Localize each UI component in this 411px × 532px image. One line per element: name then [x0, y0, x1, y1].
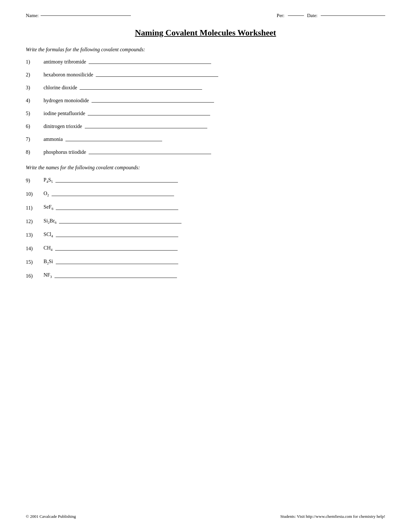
answer-line-6 — [85, 128, 207, 128]
answer-line-2 — [96, 76, 218, 77]
problem-item-12: 12) Si2Br6 — [26, 218, 385, 224]
answer-line-8 — [89, 154, 211, 154]
section1-list: 1) antimony tribromide 2) hexaboron mono… — [26, 59, 385, 155]
copyright-text: © 2001 Cavalcade Publishing — [26, 514, 76, 519]
problem-item-11: 11) SeF6 — [26, 204, 385, 211]
problem-label-10: O2 — [44, 191, 49, 197]
problem-number-2: 2) — [26, 72, 44, 78]
problem-number-5: 5) — [26, 111, 44, 116]
problem-label-13: SCl4 — [44, 232, 53, 238]
problem-label-15: B2Si — [44, 259, 53, 265]
problem-item-16: 16) NF3 — [26, 272, 385, 279]
problem-label-6: dinitrogen trioxide — [44, 123, 82, 129]
problem-label-5: iodine pentafluoride — [44, 111, 85, 116]
problem-item-5: 5) iodine pentafluoride — [26, 111, 385, 116]
problem-number-9: 9) — [26, 178, 44, 183]
problem-item-7: 7) ammonia — [26, 136, 385, 142]
section2-instruction: Write the names for the following covale… — [26, 165, 385, 171]
problem-label-12: Si2Br6 — [44, 218, 56, 224]
problem-label-9: P4S5 — [44, 177, 53, 183]
problem-item-2: 2) hexaboron monosilicide — [26, 72, 385, 78]
problem-label-4: hydrogen monoiodide — [44, 98, 89, 103]
problem-number-6: 6) — [26, 123, 44, 129]
problem-number-1: 1) — [26, 59, 44, 65]
section1-instruction: Write the formulas for the following cov… — [26, 47, 385, 53]
problem-item-15: 15) B2Si — [26, 259, 385, 265]
problem-number-16: 16) — [26, 273, 44, 279]
problem-number-11: 11) — [26, 205, 44, 211]
problem-number-14: 14) — [26, 246, 44, 251]
per-label: Per: — [277, 13, 284, 18]
answer-line-13 — [56, 237, 178, 237]
problem-item-10: 10) O2 — [26, 191, 385, 197]
problem-label-7: ammonia — [44, 136, 63, 142]
problem-number-13: 13) — [26, 232, 44, 238]
problem-label-1: antimony tribromide — [44, 59, 86, 65]
name-label: Name: — [26, 13, 39, 18]
answer-line-4 — [92, 102, 214, 103]
answer-line-15 — [56, 264, 178, 264]
problem-label-16: NF3 — [44, 272, 52, 279]
answer-line-9 — [55, 182, 178, 182]
problem-label-8: phosphorus triiodide — [44, 149, 86, 155]
name-field: Name: — [26, 13, 131, 18]
name-underline — [41, 15, 131, 16]
problem-label-2: hexaboron monosilicide — [44, 72, 93, 78]
per-date-field: Per: Date: — [277, 13, 385, 18]
page-title: Naming Covalent Molecules Worksheet — [26, 28, 385, 38]
date-label: Date: — [307, 13, 318, 18]
problem-item-8: 8) phosphorus triiodide — [26, 149, 385, 155]
problem-number-10: 10) — [26, 191, 44, 197]
problem-number-15: 15) — [26, 259, 44, 265]
problem-item-9: 9) P4S5 — [26, 177, 385, 183]
problem-item-14: 14) CH4 — [26, 245, 385, 251]
header: Name: Per: Date: — [26, 13, 385, 18]
section2-list: 9) P4S5 10) O2 11) SeF6 12) Si2Br6 13) S… — [26, 177, 385, 279]
answer-line-10 — [52, 196, 174, 196]
problem-item-13: 13) SCl4 — [26, 232, 385, 238]
problem-number-3: 3) — [26, 85, 44, 91]
footer: © 2001 Cavalcade Publishing Students: Vi… — [26, 514, 385, 519]
answer-line-11 — [56, 210, 178, 210]
answer-line-12 — [59, 223, 181, 223]
problem-item-6: 6) dinitrogen trioxide — [26, 123, 385, 129]
problem-number-7: 7) — [26, 136, 44, 142]
answer-line-14 — [55, 250, 178, 251]
problem-label-11: SeF6 — [44, 204, 53, 211]
answer-line-5 — [88, 115, 210, 115]
date-underline — [321, 15, 385, 16]
students-note: Students: Visit http://www.chemfiesta.co… — [280, 514, 385, 519]
problem-number-4: 4) — [26, 98, 44, 103]
problem-item-4: 4) hydrogen monoiodide — [26, 98, 385, 103]
answer-line-3 — [80, 89, 202, 90]
problem-label-3: chlorine dioxide — [44, 85, 77, 91]
answer-line-16 — [54, 278, 177, 278]
answer-line-7 — [65, 141, 162, 141]
problem-number-12: 12) — [26, 219, 44, 224]
per-underline — [288, 15, 304, 16]
problem-item-1: 1) antimony tribromide — [26, 59, 385, 65]
problem-label-14: CH4 — [44, 245, 53, 251]
problem-number-8: 8) — [26, 149, 44, 155]
answer-line-1 — [89, 64, 211, 64]
problem-item-3: 3) chlorine dioxide — [26, 85, 385, 91]
